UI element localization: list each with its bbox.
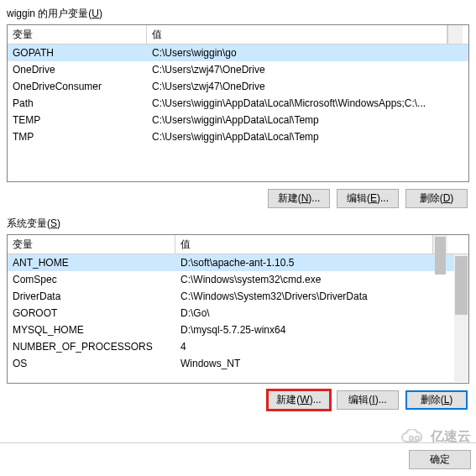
- table-row[interactable]: NUMBER_OF_PROCESSORS 4: [8, 338, 454, 355]
- user-vars-header: 变量 值: [8, 25, 468, 44]
- svg-point-1: [416, 436, 419, 439]
- var-name: ComSpec: [8, 274, 175, 285]
- delete-user-var-button[interactable]: 删除(D): [405, 189, 468, 208]
- svg-point-0: [410, 436, 413, 439]
- user-col-variable[interactable]: 变量: [8, 25, 147, 44]
- system-scrollbar[interactable]: [454, 254, 468, 382]
- system-vars-label-suffix: ): [57, 217, 60, 229]
- var-value: C:\Users\wiggin\AppData\Local\Microsoft\…: [147, 97, 447, 109]
- var-value: C:\Windows\system32\cmd.exe: [175, 274, 432, 285]
- var-value: C:\Users\wiggin\AppData\Local\Temp: [147, 114, 447, 126]
- user-vars-button-row: 新建(N)... 编辑(E)... 删除(D): [7, 189, 468, 208]
- user-col-value[interactable]: 值: [147, 25, 447, 44]
- system-vars-body: ANT_HOME D:\soft\apache-ant-1.10.5 ComSp…: [8, 254, 468, 382]
- table-row[interactable]: GOPATH C:\Users\wiggin\go: [8, 44, 468, 61]
- var-name: OneDrive: [8, 64, 147, 76]
- var-value: D:\Go\: [175, 307, 432, 319]
- var-name: GOPATH: [8, 47, 147, 59]
- var-value: D:\mysql-5.7.25-winx64: [175, 324, 432, 336]
- user-vars-label-hotkey: U: [92, 8, 99, 19]
- delete-system-var-button[interactable]: 删除(L): [405, 390, 468, 410]
- new-user-var-button[interactable]: 新建(N)...: [268, 189, 330, 208]
- system-vars-label: 系统变量(S): [7, 217, 473, 231]
- table-row[interactable]: OS Windows_NT: [8, 355, 454, 372]
- var-value: C:\Users\wiggin\AppData\Local\Temp: [147, 131, 447, 143]
- var-name: NUMBER_OF_PROCESSORS: [8, 341, 175, 353]
- var-value: D:\soft\apache-ant-1.10.5: [175, 257, 432, 269]
- system-vars-label-hotkey: S: [50, 217, 57, 229]
- scroll-thumb[interactable]: [435, 237, 446, 275]
- user-vars-label: wiggin 的用户变量(U): [7, 7, 473, 21]
- var-value: C:\Windows\System32\Drivers\DriverData: [175, 290, 432, 302]
- var-name: DriverData: [8, 290, 175, 302]
- ok-button[interactable]: 确定: [409, 450, 471, 469]
- var-name: Path: [8, 97, 147, 109]
- table-row[interactable]: TMP C:\Users\wiggin\AppData\Local\Temp: [8, 128, 468, 145]
- system-vars-table[interactable]: 变量 值 ANT_HOME D:\soft\apache-ant-1.10.5 …: [7, 234, 469, 384]
- table-row[interactable]: ComSpec C:\Windows\system32\cmd.exe: [8, 271, 454, 288]
- edit-system-var-button[interactable]: 编辑(I)...: [337, 390, 399, 410]
- table-row[interactable]: TEMP C:\Users\wiggin\AppData\Local\Temp: [8, 112, 468, 128]
- dialog-bottom-bar: 确定: [0, 442, 476, 476]
- var-name: MYSQL_HOME: [8, 324, 175, 336]
- var-value: C:\Users\zwj47\OneDrive: [147, 81, 447, 92]
- table-row[interactable]: Path C:\Users\wiggin\AppData\Local\Micro…: [8, 95, 468, 112]
- var-name: TMP: [8, 131, 147, 143]
- table-row[interactable]: OneDrive C:\Users\zwj47\OneDrive: [8, 61, 468, 78]
- table-row[interactable]: MYSQL_HOME D:\mysql-5.7.25-winx64: [8, 322, 454, 338]
- system-vars-header: 变量 值: [8, 235, 468, 254]
- var-value: C:\Users\wiggin\go: [147, 47, 447, 59]
- var-value: 4: [175, 341, 432, 353]
- sys-header-scroll-gutter[interactable]: [432, 235, 447, 254]
- var-value: C:\Users\zwj47\OneDrive: [147, 64, 447, 76]
- user-vars-body: GOPATH C:\Users\wiggin\go OneDrive C:\Us…: [8, 44, 468, 145]
- table-row[interactable]: DriverData C:\Windows\System32\Drivers\D…: [8, 288, 454, 305]
- var-name: TEMP: [8, 114, 147, 126]
- new-system-var-button[interactable]: 新建(W)...: [268, 390, 330, 410]
- table-row[interactable]: OneDriveConsumer C:\Users\zwj47\OneDrive: [8, 78, 468, 95]
- var-name: OneDriveConsumer: [8, 81, 147, 92]
- user-header-scroll-gutter: [447, 25, 463, 44]
- system-vars-button-row: 新建(W)... 编辑(I)... 删除(L): [7, 390, 468, 410]
- sys-col-value[interactable]: 值: [175, 235, 432, 254]
- user-vars-label-suffix: ): [99, 8, 102, 19]
- user-vars-label-prefix: wiggin 的用户变量(: [7, 8, 92, 19]
- var-name: OS: [8, 358, 175, 369]
- var-name: GOROOT: [8, 307, 175, 319]
- user-vars-table[interactable]: 变量 值 GOPATH C:\Users\wiggin\go OneDrive …: [7, 24, 469, 182]
- var-value: Windows_NT: [175, 358, 432, 369]
- table-row[interactable]: ANT_HOME D:\soft\apache-ant-1.10.5: [8, 254, 454, 271]
- var-name: ANT_HOME: [8, 257, 175, 269]
- sys-col-variable[interactable]: 变量: [8, 235, 175, 254]
- scroll-thumb[interactable]: [455, 256, 468, 315]
- table-row[interactable]: GOROOT D:\Go\: [8, 305, 454, 322]
- env-vars-dialog: wiggin 的用户变量(U) 变量 值 GOPATH C:\Users\wig…: [0, 0, 476, 476]
- system-vars-label-prefix: 系统变量(: [7, 217, 50, 229]
- edit-user-var-button[interactable]: 编辑(E)...: [337, 189, 399, 208]
